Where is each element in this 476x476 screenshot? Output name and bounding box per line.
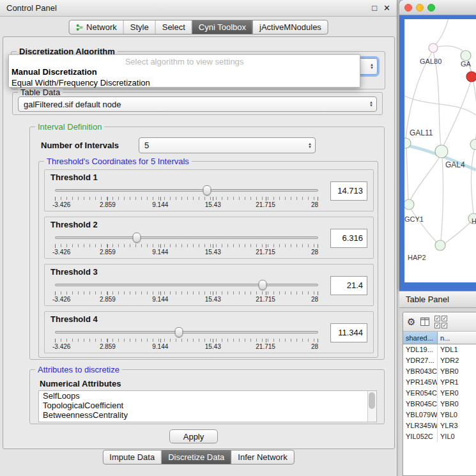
slider-track[interactable] [55,189,318,192]
float-window-icon[interactable]: □ [372,3,377,13]
table-row[interactable]: YBL079WYBL0 [403,410,476,420]
tab-cyni-toolbox[interactable]: Cyni Toolbox [192,20,253,34]
zoom-traffic-light-icon[interactable] [427,4,435,12]
cell[interactable]: YLR3 [438,420,476,431]
threshold-4-value-field[interactable]: 11.344 [330,323,367,342]
slider-track[interactable] [55,284,318,286]
cell[interactable]: YBR043C [403,366,438,377]
tab-network[interactable]: Network [69,20,124,34]
dropdown-option-equal-width-frequency[interactable]: Equal Width/Frequency Discretization [9,77,360,88]
threshold-1-slider[interactable]: -3.426 2.859 9.144 15.43 21.715 28 [55,185,318,207]
scale-label: 21.715 [256,343,275,350]
threshold-3-slider[interactable]: -3.426 2.859 9.144 15.43 21.715 28 [55,280,318,302]
table-row[interactable]: YDL19...YDL1 [403,344,476,355]
table-row[interactable]: YPR145WYPR1 [403,377,476,388]
cell[interactable]: YDL1 [438,344,476,355]
gear-icon[interactable]: ⚙ [407,317,415,326]
checkbox-icon[interactable]: ✓ [441,316,447,321]
table-row[interactable]: YLR345WYLR3 [403,420,476,431]
scale-label: -3.426 [52,343,70,350]
checkbox-icon[interactable]: ✓ [434,323,440,328]
scale-label: 21.715 [256,296,275,303]
slider-thumb[interactable] [174,327,183,337]
table-row[interactable]: YIL052CYIL0 [403,431,476,442]
cell[interactable]: YIL0 [438,431,476,442]
cell[interactable]: YBR0 [438,366,476,377]
network-view-window: GAL80 GA GAL11 GAL4 GCY1 HAP2 H [399,0,476,291]
slider-ticks [55,244,318,247]
cell[interactable]: YPR1 [438,377,476,388]
checkbox-icon[interactable]: ✓ [434,316,440,321]
checkbox-icon[interactable]: ✓ [441,323,447,328]
stepper-icon: ▲ ▼ [308,142,312,149]
tab-impute-data[interactable]: Impute Data [103,450,162,464]
scale-label: 2.859 [100,249,116,256]
cell[interactable]: YBL079W [403,410,438,420]
tab-label: Network [86,22,117,32]
threshold-4-slider[interactable]: -3.426 2.859 9.144 15.43 21.715 28 [55,327,318,349]
close-icon[interactable]: ✕ [383,3,390,13]
threshold-label: Threshold 3 [50,267,98,277]
cell[interactable]: YBR045C [403,399,438,410]
table-row[interactable]: YER054CYER0 [403,388,476,399]
list-item[interactable]: SelfLoops [39,391,376,401]
table-row[interactable]: YBR043CYBR0 [403,366,476,377]
cell[interactable]: YER0 [438,388,476,399]
apply-button[interactable]: Apply [169,429,218,443]
cell[interactable]: YBL0 [438,410,476,420]
tab-style[interactable]: Style [124,20,156,34]
network-canvas[interactable]: GAL80 GA GAL11 GAL4 GCY1 HAP2 H [404,19,476,282]
scale-label: 15.43 [205,296,221,303]
cell[interactable]: YER054C [403,388,438,399]
threshold-2-value-field[interactable]: 6.316 [330,229,367,248]
column-header-name[interactable]: n... [438,332,476,344]
slider-thumb[interactable] [132,233,141,243]
scrollbar-thumb[interactable] [369,392,375,409]
threshold-2-slider[interactable]: -3.426 2.859 9.144 15.43 21.715 28 [55,233,318,254]
list-item[interactable]: TopologicalCoefficient [39,401,376,410]
slider-thumb[interactable] [259,280,267,290]
combo-value: 5 [139,141,308,150]
cell[interactable]: YIL052C [403,431,438,442]
cell[interactable]: YPR145W [403,377,438,388]
cell[interactable]: YDR27... [403,355,438,366]
algorithm-dropdown-popup: Select algorithm to view settings Manual… [8,54,360,88]
num-intervals-combobox[interactable]: 5 ▲ ▼ [139,137,316,153]
threshold-3-value-field[interactable]: 21.4 [330,276,367,295]
network-window-titlebar [399,0,476,15]
slider-thumb[interactable] [203,185,211,196]
node-label-gal80: GAL80 [420,58,441,65]
table-row[interactable]: YDR27...YDR2 [403,355,476,366]
slider-ticks [55,339,318,342]
slider-track[interactable] [55,236,318,239]
cell[interactable]: YLR345W [403,420,438,431]
slider-track[interactable] [55,331,318,334]
threshold-1-value-field[interactable]: 14.713 [330,181,367,201]
column-header-shared-name[interactable]: shared... [403,332,438,344]
numerical-attributes-label: Numerical Attributes [40,379,121,388]
columns-icon[interactable] [420,318,429,326]
node-label-hap2: HAP2 [408,254,426,261]
tab-jactivemnodules[interactable]: jActiveMNodules [253,20,328,34]
close-traffic-light-icon[interactable] [404,4,412,12]
control-panel-tab-bar: Network Style Select Cyni Toolbox jActiv… [68,20,328,35]
tab-infer-network[interactable]: Infer Network [231,450,293,464]
scale-label: 21.715 [256,249,275,256]
threshold-label: Threshold 1 [50,173,98,182]
dropdown-option-manual-discretization[interactable]: Manual Discretization [9,66,360,77]
scrollbar[interactable] [367,391,376,422]
scale-label: 9.144 [152,201,168,208]
cell[interactable]: YDR2 [438,355,476,366]
minimize-traffic-light-icon[interactable] [416,4,424,12]
table-row[interactable]: YBR045CYBR0 [403,399,476,410]
cell[interactable]: YDL19... [403,344,438,355]
group-title: Attributes to discretize [35,365,122,374]
cell[interactable]: YBR0 [438,399,476,410]
scale-label: 28 [311,249,318,256]
list-item[interactable]: BetweennessCentrality [39,410,376,420]
tab-discretize-data[interactable]: Discretize Data [162,450,231,464]
tab-label: Discretize Data [168,452,224,462]
scale-label: -3.426 [52,249,70,256]
table-data-combobox[interactable]: galFiltered.sif default node ▲ ▼ [18,96,377,112]
tab-select[interactable]: Select [156,20,192,34]
